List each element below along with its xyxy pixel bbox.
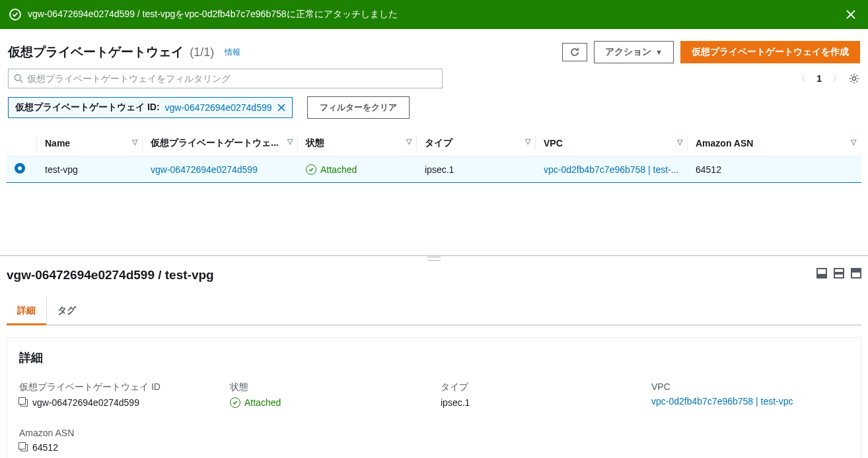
actions-label: アクション (605, 46, 651, 57)
flash-message: vgw-06472694e0274d599 / test-vpgをvpc-0d2… (28, 9, 836, 20)
tab-tags[interactable]: タグ (47, 297, 87, 325)
pane-position-side[interactable] (834, 268, 844, 278)
field-state-value: Attached (244, 397, 281, 408)
cell-state: Attached (306, 164, 357, 175)
filter-token-value: vgw-06472694e0274d599 (165, 102, 272, 113)
field-vgw-id: 仮想プライベートゲートウェイ ID vgw-06472694e0274d599 (19, 381, 217, 408)
field-vgw-id-value: vgw-06472694e0274d599 (32, 397, 139, 408)
cell-vgw-id-link[interactable]: vgw-06472694e0274d599 (151, 164, 258, 175)
col-type[interactable]: タイプ▽ (417, 131, 536, 156)
pane-layout-controls (816, 268, 861, 278)
gear-icon (848, 73, 860, 84)
field-asn: Amazon ASN 64512 (19, 428, 217, 453)
filter-tokens-row: 仮想プライベートゲートウェイ ID: vgw-06472694e0274d599… (7, 96, 861, 119)
filter-bar: 〈 1 〉 (7, 69, 861, 88)
details-title: vgw-06472694e0274d599 / test-vpg (7, 268, 214, 282)
field-state: 状態 Attached (230, 381, 427, 408)
status-success-icon (230, 397, 240, 408)
col-vgw-id[interactable]: 仮想プライベートゲートウェ...▽ (143, 131, 298, 156)
current-page: 1 (816, 73, 822, 84)
filter-token-remove[interactable] (277, 104, 285, 112)
settings-button[interactable] (848, 73, 860, 84)
page-title: 仮想プライベートゲートウェイ (1/1) (8, 44, 214, 61)
clear-filters-button[interactable]: フィルターをクリア (307, 96, 410, 119)
row-select-radio[interactable] (15, 163, 25, 174)
search-input[interactable] (27, 73, 437, 84)
next-page-button[interactable]: 〉 (832, 73, 842, 84)
filter-token-vgw-id[interactable]: 仮想プライベートゲートウェイ ID: vgw-06472694e0274d599 (8, 97, 293, 118)
copy-icon[interactable] (19, 398, 28, 407)
details-card-title: 詳細 (19, 350, 849, 366)
sort-icon: ▽ (132, 138, 137, 147)
field-type-value: ipsec.1 (441, 397, 470, 408)
cell-name: test-vpg (37, 156, 143, 183)
svg-point-2 (15, 75, 20, 81)
search-icon (14, 74, 23, 83)
cell-type: ipsec.1 (417, 156, 536, 183)
field-type: タイプ ipsec.1 (441, 381, 638, 408)
info-link[interactable]: 情報 (225, 47, 240, 58)
svg-point-4 (852, 77, 855, 80)
cell-asn: 64512 (688, 156, 861, 183)
filter-token-key: 仮想プライベートゲートウェイ ID: (15, 102, 160, 114)
page-header: 仮想プライベートゲートウェイ (1/1) 情報 アクション▼ 仮想プライベートゲ… (7, 41, 861, 63)
cell-vpc-link[interactable]: vpc-0d2fb4b7c7e96b758 | test-... (544, 164, 678, 175)
col-vpc[interactable]: VPC▽ (536, 131, 688, 156)
success-check-icon (9, 9, 21, 20)
pane-close[interactable] (851, 268, 861, 278)
create-vpg-button[interactable]: 仮想プライベートゲートウェイを作成 (680, 41, 860, 63)
field-asn-value: 64512 (32, 442, 58, 453)
refresh-icon (569, 47, 580, 57)
col-state[interactable]: 状態▽ (298, 131, 417, 156)
sort-icon: ▽ (677, 138, 682, 147)
status-success-icon (306, 164, 316, 175)
copy-icon[interactable] (19, 443, 28, 452)
sort-icon: ▽ (525, 137, 530, 146)
flash-success-bar: vgw-06472694e0274d599 / test-vpgをvpc-0d2… (0, 0, 868, 29)
sort-icon: ▽ (406, 137, 412, 146)
details-tabs: 詳細 タグ (7, 297, 861, 325)
vpg-table: Name▽ 仮想プライベートゲートウェ...▽ 状態▽ タイプ▽ VPC▽ Am… (7, 131, 861, 183)
actions-dropdown[interactable]: アクション▼ (594, 41, 674, 63)
field-vpc-link[interactable]: vpc-0d2fb4b7c7e96b758 | test-vpc (651, 396, 793, 407)
pane-position-bottom[interactable] (816, 268, 827, 278)
flash-close-button[interactable] (843, 7, 859, 22)
field-vpc: VPC vpc-0d2fb4b7c7e96b758 | test-vpc (651, 381, 849, 408)
pagination: 〈 1 〉 (797, 73, 842, 84)
table-row[interactable]: test-vpg vgw-06472694e0274d599 Attached … (7, 156, 861, 183)
sort-icon: ▽ (851, 138, 856, 147)
sort-icon: ▽ (287, 137, 293, 146)
svg-line-3 (20, 80, 22, 82)
refresh-button[interactable] (562, 43, 587, 61)
tab-details[interactable]: 詳細 (7, 297, 47, 325)
prev-page-button[interactable]: 〈 (797, 73, 806, 84)
details-card: 詳細 仮想プライベートゲートウェイ ID vgw-06472694e0274d5… (7, 337, 861, 458)
caret-down-icon: ▼ (655, 48, 663, 56)
details-pane: vgw-06472694e0274d599 / test-vpg 詳細 タグ 詳… (0, 256, 868, 458)
page-title-text: 仮想プライベートゲートウェイ (8, 45, 184, 59)
table-header-row: Name▽ 仮想プライベートゲートウェ...▽ 状態▽ タイプ▽ VPC▽ Am… (7, 131, 861, 156)
search-input-container[interactable] (8, 69, 443, 88)
selection-count: (1/1) (190, 46, 214, 59)
col-name[interactable]: Name▽ (37, 131, 143, 156)
col-asn[interactable]: Amazon ASN▽ (688, 131, 861, 156)
